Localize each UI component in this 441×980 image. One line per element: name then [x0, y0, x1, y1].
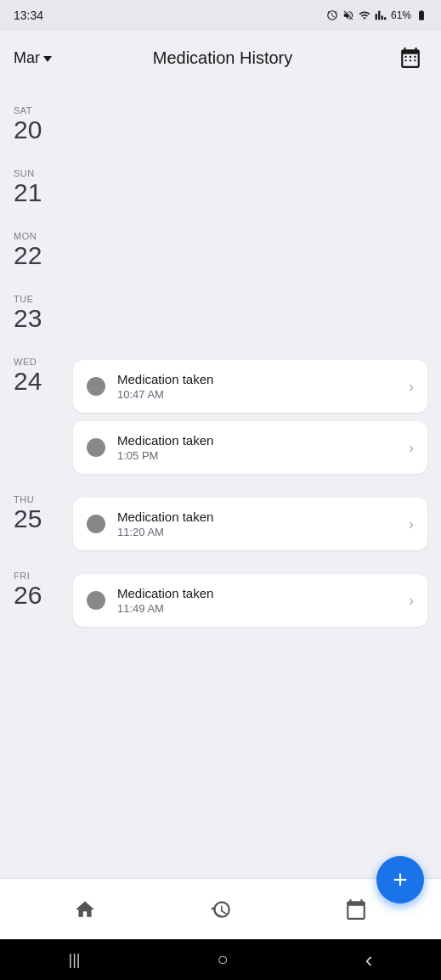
day-entries	[73, 294, 427, 336]
calendar-icon	[399, 47, 421, 69]
status-time: 13:34	[14, 8, 43, 22]
medication-dot	[87, 377, 105, 396]
chevron-right-icon: ›	[409, 592, 414, 610]
chevron-down-icon	[43, 56, 52, 62]
svg-rect-2	[414, 56, 416, 58]
day-entries: Medication taken 11:20 AM ›	[73, 494, 427, 550]
day-label: THU 25	[14, 494, 73, 532]
medication-card[interactable]: Medication taken 10:47 AM ›	[73, 360, 427, 413]
day-section-23: TUE 23	[0, 280, 441, 343]
day-label: FRI 26	[14, 571, 73, 609]
day-name: SUN	[14, 168, 35, 178]
day-section-26: FRI 26 Medication taken 11:49 AM ›	[0, 557, 441, 634]
add-medication-fab[interactable]: +	[376, 856, 424, 904]
day-name: SAT	[14, 105, 32, 115]
medication-info: Medication taken 11:49 AM	[117, 586, 397, 615]
medication-dot	[87, 591, 105, 610]
day-name: MON	[14, 231, 37, 241]
medication-time: 10:47 AM	[117, 388, 397, 401]
month-selector[interactable]: Mar	[14, 49, 52, 67]
home-nav-item[interactable]	[17, 879, 153, 939]
chevron-right-icon: ›	[409, 515, 414, 533]
medication-time: 1:05 PM	[117, 449, 397, 462]
day-section-20: SAT 20	[0, 92, 441, 155]
chevron-right-icon: ›	[409, 439, 414, 457]
medication-title: Medication taken	[117, 510, 397, 524]
month-text: Mar	[14, 49, 40, 67]
day-number: 20	[14, 115, 42, 144]
day-number: 21	[14, 178, 42, 206]
status-icons: 61%	[326, 9, 427, 21]
plus-icon: +	[393, 867, 408, 893]
svg-rect-3	[404, 59, 406, 61]
history-icon	[209, 898, 233, 921]
medication-time: 11:49 AM	[117, 602, 397, 615]
battery-icon	[416, 9, 427, 21]
battery-level: 61%	[391, 9, 411, 21]
signal-icon	[375, 9, 387, 21]
day-label: SUN 21	[14, 168, 73, 206]
day-name: WED	[14, 357, 37, 367]
medication-card[interactable]: Medication taken 11:49 AM ›	[73, 574, 427, 627]
calendar-nav-button[interactable]	[393, 41, 427, 75]
medication-info: Medication taken 11:20 AM	[117, 510, 397, 538]
back-button[interactable]: ‹	[365, 947, 373, 973]
svg-rect-5	[414, 59, 416, 61]
recent-apps-button[interactable]: |||	[69, 951, 81, 969]
svg-rect-1	[410, 56, 411, 58]
day-section-24: WED 24 Medication taken 10:47 AM › Medic…	[0, 343, 441, 481]
medication-title: Medication taken	[117, 586, 397, 600]
day-section-22: MON 22	[0, 217, 441, 280]
system-nav-bar: ||| ○ ‹	[0, 939, 441, 980]
day-label: SAT 20	[14, 105, 73, 144]
day-label: TUE 23	[14, 294, 73, 332]
medication-dot	[87, 438, 105, 457]
day-name: TUE	[14, 294, 34, 304]
day-section-25: THU 25 Medication taken 11:20 AM ›	[0, 481, 441, 557]
day-entries	[73, 168, 427, 211]
medication-dot	[87, 515, 105, 533]
day-number: 25	[14, 504, 42, 532]
medication-info: Medication taken 10:47 AM	[117, 372, 397, 401]
status-bar: 13:34 61%	[0, 0, 441, 31]
calendar-bottom-icon	[344, 898, 368, 921]
content-area: SAT 20 SUN 21 MON 22 TUE 23 WED 24 Medic…	[0, 85, 441, 878]
day-section-21: SUN 21	[0, 155, 441, 217]
day-number: 23	[14, 304, 42, 332]
chevron-right-icon: ›	[409, 378, 414, 396]
day-name: FRI	[14, 571, 30, 581]
medication-card[interactable]: Medication taken 1:05 PM ›	[73, 421, 427, 474]
medication-title: Medication taken	[117, 433, 397, 448]
day-number: 26	[14, 581, 42, 609]
home-icon	[73, 898, 97, 921]
day-label: MON 22	[14, 231, 73, 269]
day-entries: Medication taken 11:49 AM ›	[73, 571, 427, 627]
medication-info: Medication taken 1:05 PM	[117, 433, 397, 462]
day-number: 22	[14, 241, 42, 269]
home-button[interactable]: ○	[218, 949, 229, 971]
day-entries	[73, 231, 427, 273]
wifi-icon	[359, 9, 370, 21]
mute-icon	[342, 9, 354, 21]
svg-rect-0	[404, 56, 406, 58]
medication-time: 11:20 AM	[117, 526, 397, 538]
svg-rect-4	[410, 59, 411, 61]
history-nav-item[interactable]	[153, 879, 289, 939]
medication-card[interactable]: Medication taken 11:20 AM ›	[73, 498, 427, 550]
top-bar: Mar Medication History	[0, 31, 441, 85]
day-entries: Medication taken 10:47 AM › Medication t…	[73, 357, 427, 474]
day-entries	[73, 105, 427, 148]
page-title: Medication History	[153, 48, 293, 68]
day-label: WED 24	[14, 357, 73, 395]
alarm-icon	[326, 9, 338, 21]
day-name: THU	[14, 494, 34, 504]
day-number: 24	[14, 367, 42, 395]
medication-title: Medication taken	[117, 372, 397, 386]
bottom-nav	[0, 878, 441, 939]
